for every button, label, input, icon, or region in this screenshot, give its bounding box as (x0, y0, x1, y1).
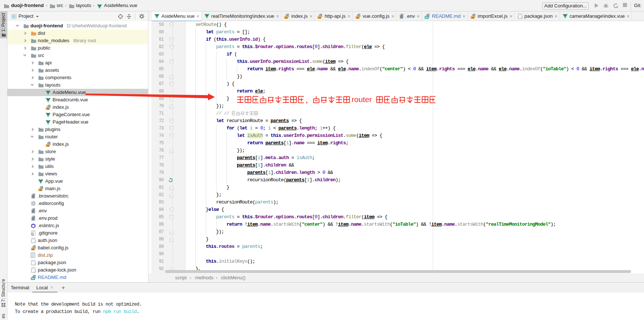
svg-text:MD: MD (425, 16, 428, 18)
svg-text:{..}: {..} (31, 270, 36, 273)
svg-text:{..}: {..} (31, 240, 36, 243)
svg-text:JS: JS (318, 16, 321, 18)
svg-text:{..}: {..} (517, 16, 523, 18)
svg-text:MD: MD (31, 277, 34, 280)
svg-text:JS: JS (471, 16, 474, 18)
svg-text:router: router (352, 95, 372, 104)
svg-text:JS: JS (285, 16, 288, 18)
svg-text:JS: JS (356, 16, 359, 18)
svg-text:{..}: {..} (31, 262, 36, 265)
svg-text:JS: JS (39, 189, 42, 191)
svg-text:JS: JS (31, 248, 34, 250)
svg-text:JS: JS (46, 144, 49, 147)
